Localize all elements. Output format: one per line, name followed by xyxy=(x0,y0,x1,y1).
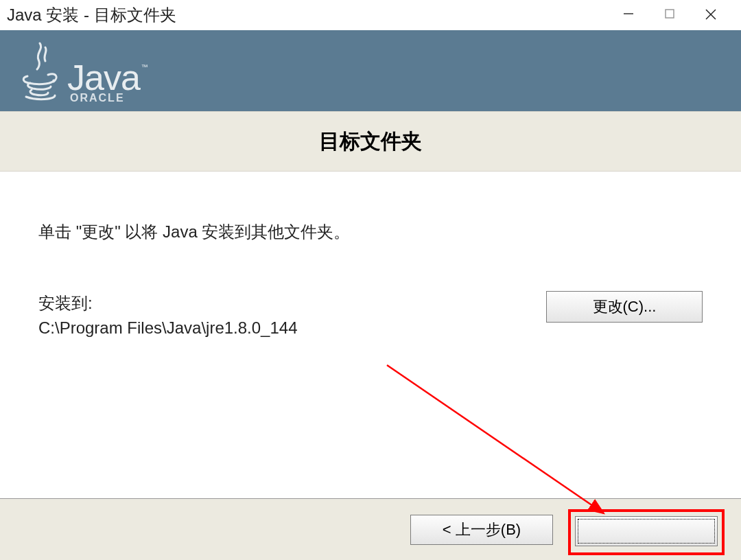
titlebar: Java 安装 - 目标文件夹 xyxy=(0,0,741,30)
change-button[interactable]: 更改(C)... xyxy=(546,291,703,323)
main-content: 单击 "更改" 以将 Java 安装到其他文件夹。 安装到: C:\Progra… xyxy=(0,172,741,338)
install-row: 安装到: C:\Program Files\Java\jre1.8.0_144 … xyxy=(38,292,703,338)
trademark-label: ™ xyxy=(141,64,148,71)
svg-line-5 xyxy=(387,365,604,513)
svg-rect-1 xyxy=(666,10,674,18)
next-button[interactable] xyxy=(575,516,718,546)
next-button-highlight xyxy=(568,509,725,555)
oracle-label: ORACLE xyxy=(70,93,148,104)
java-logo: Java ™ ORACLE xyxy=(21,38,148,104)
window-controls xyxy=(620,5,736,25)
java-text: Java ™ ORACLE xyxy=(67,60,148,104)
java-cup-icon xyxy=(21,38,60,104)
minimize-icon[interactable] xyxy=(620,8,637,23)
java-brand-label: Java xyxy=(67,60,140,95)
instruction-text: 单击 "更改" 以将 Java 安装到其他文件夹。 xyxy=(38,221,703,243)
banner: Java ™ ORACLE xyxy=(0,30,741,111)
close-icon[interactable] xyxy=(703,5,719,25)
subheader: 目标文件夹 xyxy=(0,111,741,172)
page-title: 目标文件夹 xyxy=(319,128,422,156)
back-button[interactable]: < 上一步(B) xyxy=(410,515,553,545)
footer: < 上一步(B) xyxy=(0,498,741,560)
install-to-label: 安装到: xyxy=(38,292,298,314)
maximize-icon[interactable] xyxy=(661,8,678,23)
install-path: C:\Program Files\Java\jre1.8.0_144 xyxy=(38,318,298,338)
window-title: Java 安装 - 目标文件夹 xyxy=(5,4,620,26)
